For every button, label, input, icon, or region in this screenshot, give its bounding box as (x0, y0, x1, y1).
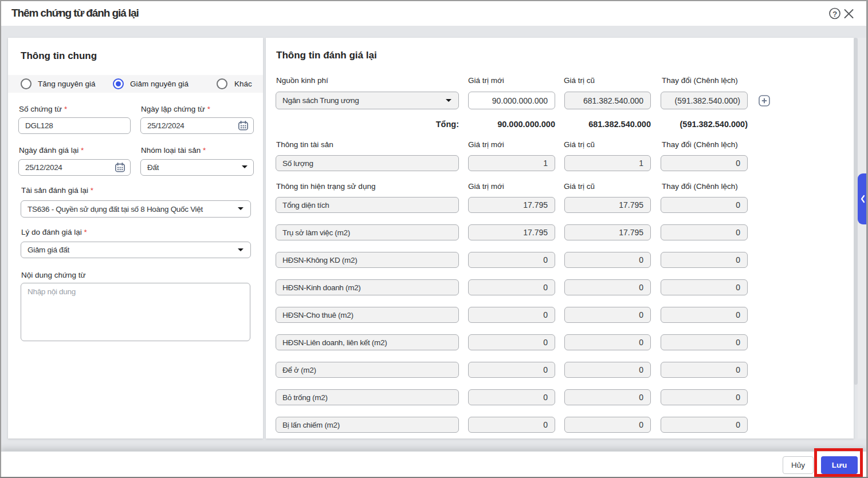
svg-text:?: ? (832, 10, 837, 18)
